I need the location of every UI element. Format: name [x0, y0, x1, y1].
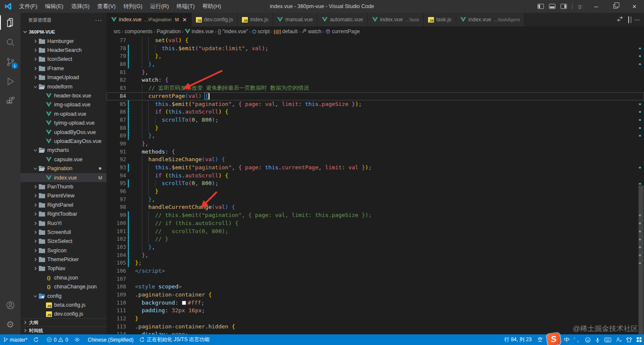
code-line-86[interactable]: 86 if (this.autoScroll) {	[106, 108, 644, 116]
more-actions-icon[interactable]: ⋯	[634, 17, 640, 23]
code-line-92[interactable]: 92 handleSizeChange(val) {	[106, 156, 644, 164]
tree-item-iFrame[interactable]: iFrame	[20, 64, 106, 73]
status-0[interactable]: 0 0	[43, 334, 71, 345]
activity-source-control[interactable]: 1	[0, 52, 20, 71]
tree-item-dev.config.js[interactable]: JSdev.config.js	[20, 310, 106, 318]
code-line-94[interactable]: 94 if (this.autoScroll) {	[106, 172, 644, 180]
tab-task.js[interactable]: JStask.js	[424, 13, 456, 26]
breadcrumb-currentPage[interactable]: currentPage	[325, 29, 359, 34]
tree-item-uploadByOss.vue[interactable]: uploadByOss.vue	[20, 128, 106, 137]
tree-item-RightPanel[interactable]: RightPanel	[20, 200, 106, 209]
menu-6[interactable]: 终端(T)	[172, 0, 198, 13]
code-line-112[interactable]: 112}	[106, 315, 644, 323]
code-line-107[interactable]: 107	[106, 275, 644, 283]
code-line-85[interactable]: 85 this.$emit("pagination", { page: val,…	[106, 100, 644, 108]
tab-index.vue...\taskAgent[interactable]: index.vue...\taskAgent	[456, 13, 525, 26]
tree-item-modelform[interactable]: modelform	[20, 82, 106, 91]
menu-1[interactable]: 编辑(E)	[41, 0, 67, 13]
activity-search[interactable]	[0, 32, 20, 52]
workspace-section[interactable]: 360PM-VUE	[20, 27, 106, 37]
scrollbar-thumb[interactable]	[638, 185, 644, 334]
breadcrumb-watch[interactable]: watch	[302, 29, 321, 34]
activity-run-debug[interactable]	[0, 71, 20, 91]
tree-item-TopNav[interactable]: TopNav	[20, 264, 106, 273]
code-line-101[interactable]: 101 // scrollTo(0, 800);	[106, 228, 644, 236]
code-line-80[interactable]: 80 },	[106, 60, 644, 68]
sogou-keyboard[interactable]	[602, 337, 613, 342]
sogou-smiley[interactable]	[583, 337, 593, 343]
code-line-93[interactable]: 93 this.$emit("pagination", { page: this…	[106, 164, 644, 172]
sidebar-panel-1[interactable]: 时间线	[20, 326, 106, 334]
tree-item-ParentView[interactable]: ParentView	[20, 191, 106, 200]
code-line-104[interactable]: 104 },	[106, 251, 644, 259]
tree-item-china.json[interactable]: {}china.json	[20, 273, 106, 282]
breadcrumb-index.vue[interactable]: index.vue	[185, 29, 213, 34]
menu-3[interactable]: 查看(V)	[93, 0, 119, 13]
code-line-105[interactable]: 105};	[106, 259, 644, 267]
tree-item-mycharts[interactable]: mycharts	[20, 146, 106, 155]
customize-layout-icon[interactable]: ▯:	[578, 4, 583, 9]
tab-dev.config.js[interactable]: JSdev.config.js	[192, 13, 238, 26]
code-line-99[interactable]: 99 // this.$emit("pagination", { page: v…	[106, 211, 644, 220]
code-line-90[interactable]: 90 },	[106, 140, 644, 148]
code-line-78[interactable]: 78 this.$emit("update:limit", val);	[106, 45, 644, 53]
status-Chinese (Simplified)[interactable]: Chinese (Simplified)	[85, 334, 136, 345]
tree-item-Hamburger[interactable]: Hamburger	[20, 37, 106, 46]
tree-item-HeaderSearch[interactable]: HeaderSearch	[20, 46, 106, 54]
tree-item-header-box.vue[interactable]: header-box.vue	[20, 91, 106, 100]
menu-5[interactable]: 运行(R)	[146, 0, 172, 13]
tree-item-capsule.vue[interactable]: capsule.vue	[20, 155, 106, 164]
toggle-panel-icon[interactable]	[549, 4, 555, 9]
code-line-81[interactable]: 81 },	[106, 68, 644, 77]
activity-extensions[interactable]	[0, 91, 20, 111]
tree-item-uploadEasyOss.vue[interactable]: uploadEasyOss.vue	[20, 137, 106, 145]
tab-index.vue...\Pagination[interactable]: index.vue...\PaginationM✕	[106, 13, 192, 26]
tree-item-index.vue[interactable]: index.vueM	[20, 173, 106, 182]
tree-item-RightToolbar[interactable]: RightToolbar	[20, 209, 106, 218]
code-editor[interactable]: 77 set(val) {78 this.$emit("update:limit…	[106, 37, 644, 334]
sogou-shirt[interactable]	[624, 337, 634, 342]
breadcrumb-src[interactable]: src	[114, 29, 121, 34]
code-line-100[interactable]: 100 // if (this.autoScroll) {	[106, 220, 644, 228]
split-editor-icon[interactable]	[628, 17, 629, 23]
tab-automatic.vue[interactable]: automatic.vue	[317, 13, 368, 26]
breadcrumb-script[interactable]: ⬡script	[252, 29, 270, 34]
menu-0[interactable]: 文件(F)	[15, 0, 41, 13]
code-line-88[interactable]: 88 }	[106, 124, 644, 132]
sogou-person3[interactable]: 3	[613, 337, 624, 342]
breadcrumb-{} "index.vue"[interactable]: {} "index.vue"	[218, 29, 248, 34]
menu-7[interactable]: 帮助(H)	[198, 0, 225, 13]
sogou-mic[interactable]	[593, 337, 602, 343]
tree-item-Pagination[interactable]: Pagination	[20, 164, 106, 173]
status-eye[interactable]	[71, 334, 85, 345]
code-line-98[interactable]: 98 handleCurrentChange(val) {	[106, 203, 644, 211]
code-line-82[interactable]: 82 watch: {	[106, 76, 644, 84]
tree-item-ImageUpload[interactable]: ImageUpload	[20, 73, 106, 82]
code-line-111[interactable]: 111 padding: 32px 16px;	[106, 307, 644, 315]
code-line-91[interactable]: 91 methods: {	[106, 148, 644, 156]
code-line-113[interactable]: 113.pagination-container.hidden {	[106, 323, 644, 331]
explorer-actions-icon[interactable]: ···	[95, 17, 102, 23]
code-line-106[interactable]: 106</script>	[106, 267, 644, 275]
code-line-95[interactable]: 95 scrollTo(0, 800);	[106, 180, 644, 188]
code-line-109[interactable]: 109.pagination-container {	[106, 291, 644, 299]
tree-item-Screenfull[interactable]: Screenfull	[20, 228, 106, 237]
restore-button[interactable]	[606, 0, 625, 13]
code-line-97[interactable]: 97 },	[106, 196, 644, 204]
status-master*[interactable]: master*	[0, 334, 30, 345]
code-line-110[interactable]: 110 background: #fff;	[106, 299, 644, 307]
code-line-114[interactable]: 114 display: none;	[106, 331, 644, 334]
tree-item-beta.config.js[interactable]: JSbeta.config.js	[20, 300, 106, 309]
code-line-89[interactable]: 89 },	[106, 132, 644, 140]
tree-item-PanThumb[interactable]: PanThumb	[20, 182, 106, 191]
tab-close-icon[interactable]: ✕	[182, 17, 187, 23]
code-line-84[interactable]: 84 currentPage(val) {	[106, 92, 644, 100]
minimize-button[interactable]: ─	[586, 0, 606, 13]
code-line-87[interactable]: 87 scrollTo(0, 800);	[106, 116, 644, 124]
code-line-83[interactable]: 83 // 监听页码发生改变 避免删掉最后一页数据时 数据为空的情况	[106, 84, 644, 92]
code-line-96[interactable]: 96 }	[106, 188, 644, 196]
toggle-secondary-sidebar-icon[interactable]	[561, 4, 567, 9]
sidebar-panel-0[interactable]: 大纲	[20, 318, 106, 326]
code-line-102[interactable]: 102 // }	[106, 235, 644, 243]
tree-item-IconSelect[interactable]: IconSelect	[20, 55, 106, 64]
